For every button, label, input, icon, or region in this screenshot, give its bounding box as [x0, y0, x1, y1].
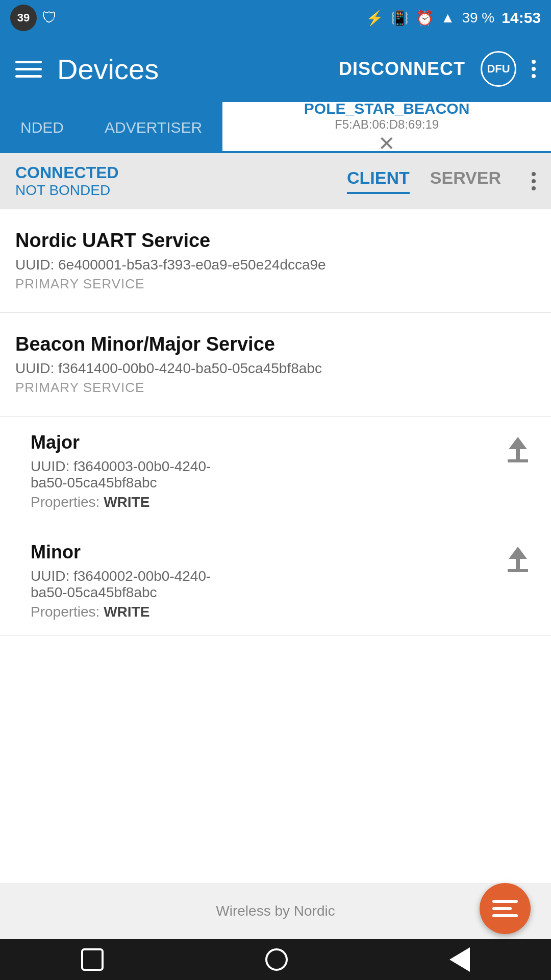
fab-filter-button[interactable]: [480, 883, 531, 934]
characteristic-major: Major UUID: f3640003-00b0-4240-ba50-05ca…: [0, 416, 551, 526]
char-minor-upload-button[interactable]: [500, 542, 536, 577]
close-tab-button[interactable]: ✕: [368, 132, 406, 153]
upload-arrow-stem-icon: [516, 559, 520, 569]
back-icon: [449, 947, 470, 972]
nav-back-button[interactable]: [449, 947, 470, 972]
service-beacon: Beacon Minor/Major Service UUID: f364140…: [0, 313, 551, 416]
bonded-label: NOT BONDED: [15, 182, 347, 199]
nav-home-button[interactable]: [265, 948, 288, 971]
connection-bar: CONNECTED NOT BONDED CLIENT SERVER: [0, 153, 551, 209]
status-right: ⚡ 📳 ⏰ ▲ 39 % 14:53: [366, 9, 541, 27]
connected-label: CONNECTED: [15, 163, 347, 182]
vibrate-icon: 📳: [391, 10, 409, 27]
upload-arrow-base-icon: [508, 569, 528, 572]
char-major-props: Properties: WRITE: [31, 494, 500, 510]
char-minor-info: Minor UUID: f3640002-00b0-4240-ba50-05ca…: [31, 542, 500, 620]
recent-apps-icon: [81, 948, 104, 971]
upload-arrow-stem-icon: [516, 449, 520, 459]
status-bar: 39 🛡 ⚡ 📳 ⏰ ▲ 39 % 14:53: [0, 0, 551, 36]
battery-indicator: 39 %: [462, 10, 494, 26]
footer-text: Wireless by Nordic: [216, 903, 335, 919]
more-options-button[interactable]: [532, 60, 536, 78]
device-tab-bar: NDED ADVERTISER POLE_STAR_BEACON F5:AB:0…: [0, 102, 551, 153]
char-minor-uuid: UUID: f3640002-00b0-4240-ba50-05ca45bf8a…: [31, 568, 500, 601]
dfu-button[interactable]: DFU: [481, 51, 516, 87]
char-major-upload-button[interactable]: [500, 432, 536, 468]
tab-bonded[interactable]: NDED: [0, 102, 84, 153]
hamburger-menu-icon[interactable]: [15, 61, 42, 78]
tab-pole-star-beacon[interactable]: POLE_STAR_BEACON F5:AB:06:D8:69:19 ✕: [222, 102, 551, 153]
service-beacon-title: Beacon Minor/Major Service: [15, 333, 536, 355]
connection-status: CONNECTED NOT BONDED: [15, 163, 347, 199]
upload-arrow-head-icon: [509, 547, 527, 559]
server-tab[interactable]: SERVER: [430, 168, 501, 194]
home-icon: [265, 948, 288, 971]
disconnect-button[interactable]: DISCONNECT: [339, 58, 465, 80]
bonded-tab-label: NDED: [20, 119, 64, 136]
char-major-title: Major: [31, 432, 500, 453]
bottom-area: Wireless by Nordic: [0, 883, 551, 939]
bluetooth-icon: ⚡: [366, 10, 384, 27]
fab-icon: [492, 900, 518, 917]
char-minor-title: Minor: [31, 542, 500, 563]
service-beacon-type: PRIMARY SERVICE: [15, 380, 536, 396]
advertiser-tab-label: ADVERTISER: [105, 119, 202, 136]
device-mac-label: F5:AB:06:D8:69:19: [335, 117, 439, 132]
alarm-icon: ⏰: [416, 10, 434, 27]
service-type: PRIMARY SERVICE: [15, 276, 536, 292]
char-major-info: Major UUID: f3640003-00b0-4240-ba50-05ca…: [31, 432, 500, 510]
char-minor-props: Properties: WRITE: [31, 604, 500, 620]
char-major-uuid: UUID: f3640003-00b0-4240-ba50-05ca45bf8a…: [31, 458, 500, 491]
app-title: Devices: [57, 53, 323, 86]
shield-icon: 🛡: [42, 9, 57, 27]
tab-more-options[interactable]: [532, 172, 536, 190]
device-name-label: POLE_STAR_BEACON: [304, 102, 470, 117]
service-title: Nordic UART Service: [15, 230, 536, 252]
service-uuid: UUID: 6e400001-b5a3-f393-e0a9-e50e24dcca…: [15, 257, 536, 273]
upload-arrow-head-icon: [509, 437, 527, 449]
app-bar: Devices DISCONNECT DFU: [0, 36, 551, 102]
content-area: Nordic UART Service UUID: 6e400001-b5a3-…: [0, 209, 551, 883]
nav-bar: [0, 939, 551, 980]
service-beacon-uuid: UUID: f3641400-00b0-4240-ba50-05ca45bf8a…: [15, 360, 536, 377]
tab-advertiser[interactable]: ADVERTISER: [84, 102, 222, 153]
upload-arrow-base-icon: [508, 459, 528, 462]
nav-recent-apps-button[interactable]: [81, 948, 104, 971]
status-avatar: 39: [10, 5, 37, 31]
client-tab[interactable]: CLIENT: [347, 168, 410, 194]
signal-icon: ▲: [441, 10, 455, 26]
status-time: 14:53: [502, 9, 541, 27]
service-nordic-uart: Nordic UART Service UUID: 6e400001-b5a3-…: [0, 209, 551, 313]
status-left: 39 🛡: [10, 5, 57, 31]
characteristic-minor: Minor UUID: f3640002-00b0-4240-ba50-05ca…: [0, 526, 551, 636]
client-server-tabs: CLIENT SERVER: [347, 168, 536, 194]
